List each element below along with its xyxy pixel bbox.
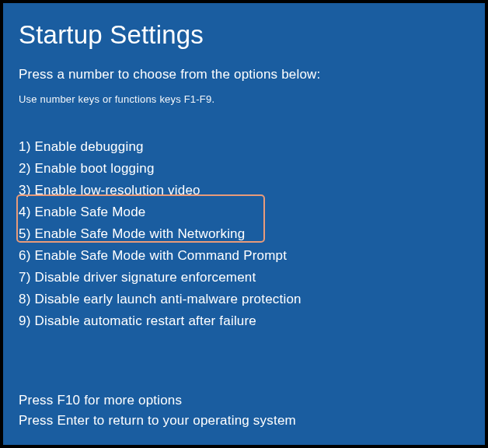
option-1[interactable]: 1) Enable debugging bbox=[19, 136, 469, 158]
footer-return: Press Enter to return to your operating … bbox=[19, 411, 296, 431]
footer: Press F10 for more options Press Enter t… bbox=[19, 390, 296, 431]
instruction-text: Press a number to choose from the option… bbox=[19, 67, 469, 82]
option-5[interactable]: 5) Enable Safe Mode with Networking bbox=[19, 223, 469, 245]
option-7[interactable]: 7) Disable driver signature enforcement bbox=[19, 267, 469, 289]
option-9[interactable]: 9) Disable automatic restart after failu… bbox=[19, 310, 469, 332]
page-title: Startup Settings bbox=[19, 20, 469, 50]
startup-settings-screen: Startup Settings Press a number to choos… bbox=[3, 3, 485, 445]
hint-text: Use number keys or functions keys F1-F9. bbox=[19, 93, 469, 105]
option-3[interactable]: 3) Enable low-resolution video bbox=[19, 180, 469, 201]
option-4[interactable]: 4) Enable Safe Mode bbox=[19, 201, 469, 223]
option-2[interactable]: 2) Enable boot logging bbox=[19, 158, 469, 180]
option-8[interactable]: 8) Disable early launch anti-malware pro… bbox=[19, 289, 469, 310]
option-6[interactable]: 6) Enable Safe Mode with Command Prompt bbox=[19, 245, 469, 267]
options-list: 1) Enable debugging 2) Enable boot loggi… bbox=[19, 136, 469, 332]
footer-more-options: Press F10 for more options bbox=[19, 390, 296, 411]
